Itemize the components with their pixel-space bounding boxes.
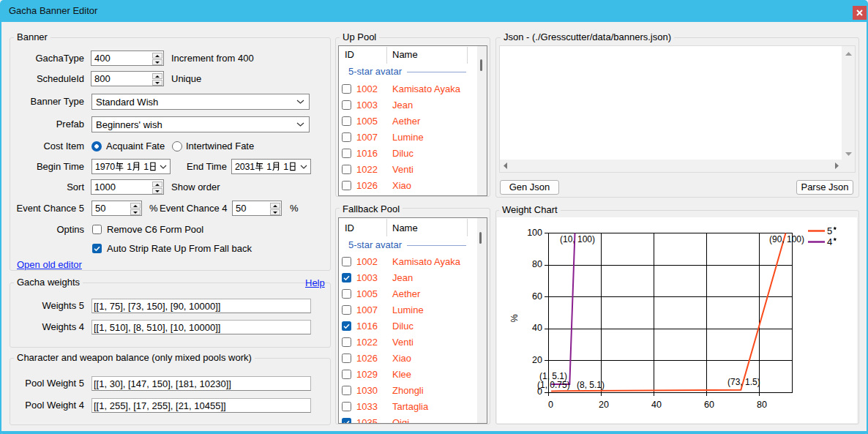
svg-text:80: 80: [532, 259, 542, 269]
svg-text:(8, 5.1): (8, 5.1): [577, 380, 605, 390]
svg-text:(10, 100): (10, 100): [560, 234, 595, 244]
svg-text:40: 40: [532, 323, 542, 333]
svg-text:%: %: [509, 314, 520, 322]
svg-text:20: 20: [599, 400, 609, 410]
svg-text:(90, 100): (90, 100): [769, 234, 804, 244]
svg-text:5: 5: [827, 225, 832, 236]
svg-text:(1, 0.75): (1, 0.75): [537, 380, 570, 390]
svg-text:60: 60: [532, 291, 542, 302]
svg-text:(73, 1.5): (73, 1.5): [727, 377, 760, 387]
svg-text:20: 20: [532, 355, 542, 365]
svg-text:80: 80: [757, 400, 767, 410]
svg-text:60: 60: [704, 400, 714, 410]
svg-text:40: 40: [651, 400, 662, 410]
svg-text:100: 100: [527, 228, 542, 238]
svg-text:4: 4: [827, 236, 832, 247]
svg-text:0: 0: [548, 400, 553, 410]
